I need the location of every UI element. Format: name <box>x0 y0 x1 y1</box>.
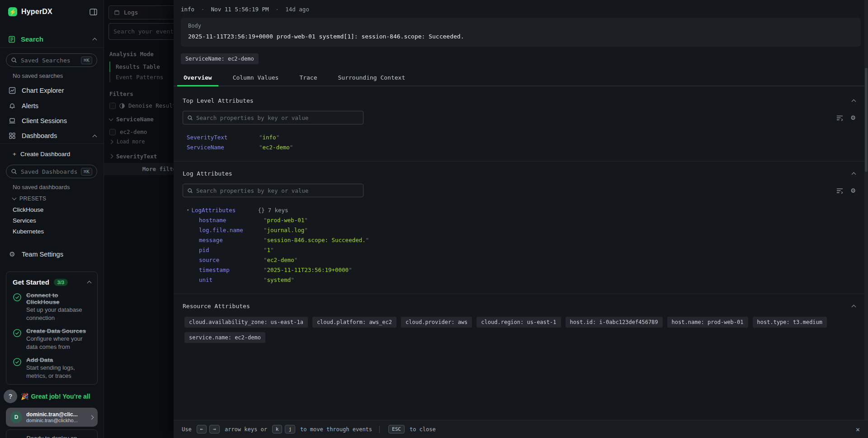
tab-trace[interactable]: Trace <box>293 70 323 86</box>
check-circle-icon <box>13 357 22 367</box>
section-title: Top Level Attributes <box>183 97 254 104</box>
divider <box>0 143 104 144</box>
mode-results-table[interactable]: Results Table <box>109 62 163 72</box>
caret-down-icon[interactable]: ▾ <box>187 208 189 212</box>
collapse-sidebar-icon[interactable] <box>90 9 97 15</box>
resource-chip[interactable]: host.type: t3.medium <box>753 317 827 328</box>
chevron-up-icon[interactable] <box>87 281 92 286</box>
filter-group-severitytext[interactable]: SeverityText <box>109 153 157 160</box>
resource-chip[interactable]: cloud.platform: aws_ec2 <box>312 317 396 328</box>
footer-hint: to close <box>410 426 436 433</box>
gear-icon[interactable]: ⚙ <box>851 114 855 121</box>
attribute-key[interactable]: message <box>199 237 264 243</box>
party-emoji: 🎉 <box>21 393 28 400</box>
checkbox[interactable] <box>109 103 116 109</box>
body-card: Body 2025-11-11T23:56:19+0000 prod-web-0… <box>181 18 861 47</box>
footer-hint: to move through events <box>300 426 372 433</box>
attribute-value[interactable]: ec2-demo <box>264 257 297 263</box>
collapse-section-icon[interactable] <box>852 305 856 309</box>
property-search-input[interactable] <box>196 187 359 194</box>
chevron-up-icon[interactable] <box>93 134 97 139</box>
resource-chip[interactable]: service.name: ec2-demo <box>184 332 265 343</box>
property-search[interactable] <box>183 111 363 124</box>
wrap-lines-icon[interactable] <box>836 114 844 121</box>
presets-toggle[interactable]: PRESETS <box>13 195 47 202</box>
get-started-step[interactable]: Create Data Sources Configure where your… <box>13 328 91 351</box>
collapse-section-icon[interactable] <box>852 100 856 104</box>
filter-value-ec2-demo[interactable]: ec2-demo <box>109 129 147 135</box>
sidebar-item-client-sessions[interactable]: Client Sessions <box>8 114 96 127</box>
resource-chip[interactable]: cloud.provider: aws <box>401 317 472 328</box>
denoise-filter-row[interactable]: Denoise Results <box>109 102 179 109</box>
wrap-lines-icon[interactable] <box>836 187 844 194</box>
gear-icon[interactable]: ⚙ <box>851 187 855 194</box>
section-top-level-attributes: Top Level Attributes ⚙ <box>174 89 864 162</box>
sidebar-item-chart-explorer[interactable]: Chart Explorer <box>8 84 96 97</box>
preset-clickhouse[interactable]: ClickHouse <box>13 206 43 213</box>
attribute-value[interactable]: session-846.scope: Succeeded. <box>264 237 369 243</box>
sidebar-item-team-settings[interactable]: ⚙ Team Settings <box>8 248 96 261</box>
get-started-step[interactable]: Connect to ClickHouse Set up your databa… <box>13 292 91 322</box>
scrollbar-thumb[interactable] <box>865 68 868 172</box>
attribute-value[interactable]: journal.log <box>264 227 308 233</box>
attribute-key[interactable]: ServiceName <box>187 144 259 151</box>
attribute-key[interactable]: timestamp <box>199 267 264 273</box>
mode-event-patterns[interactable]: Event Patterns <box>109 72 163 82</box>
shortcut-badge: ⌘K <box>81 168 92 176</box>
sidebar-item-search[interactable]: Search <box>8 35 96 43</box>
attribute-key[interactable]: hostname <box>199 217 264 224</box>
attribute-key[interactable]: log.file.name <box>199 227 264 233</box>
step-desc: Set up your database connection <box>26 306 91 322</box>
filter-group-servicename[interactable]: ServiceName <box>109 116 154 123</box>
resource-chip[interactable]: host.name: prod-web-01 <box>667 317 748 328</box>
tab-overview[interactable]: Overview <box>177 70 218 86</box>
search-icon <box>11 57 17 63</box>
create-dashboard-button[interactable]: +Create Dashboard <box>13 151 70 157</box>
scrollbar[interactable] <box>864 0 868 420</box>
help-button[interactable]: ? <box>4 390 17 403</box>
load-more-button[interactable]: Load more <box>109 138 145 145</box>
attribute-key[interactable]: unit <box>199 276 264 283</box>
saved-searches-input[interactable]: Saved Searches ⌘K <box>6 53 97 67</box>
attribute-value[interactable]: prod-web-01 <box>264 217 308 224</box>
tab-surrounding-context[interactable]: Surrounding Context <box>332 70 412 86</box>
attribute-key[interactable]: LogAttributes <box>191 207 258 214</box>
property-search[interactable] <box>183 184 363 197</box>
service-name-tag[interactable]: ServiceName: ec2-demo <box>181 53 259 64</box>
filter-value-label: ec2-demo <box>120 129 147 135</box>
close-icon[interactable]: ✕ <box>856 425 860 433</box>
user-profile-button[interactable]: D dominic.tran@clic... dominic.tran@clic… <box>6 408 98 427</box>
collapse-section-icon[interactable] <box>852 172 856 177</box>
attribute-key[interactable]: pid <box>199 247 264 253</box>
attribute-value[interactable]: 2025-11-11T23:56:19+0000 <box>264 267 352 273</box>
attribute-key[interactable]: SeverityText <box>187 134 259 141</box>
tree-root-row[interactable]: ▾ LogAttributes {}7 keys <box>187 205 855 215</box>
attribute-value[interactable]: 1 <box>264 247 274 253</box>
property-search-input[interactable] <box>196 114 359 121</box>
sidebar-item-alerts[interactable]: Alerts <box>8 100 96 112</box>
saved-dashboards-input[interactable]: Saved Dashboards ⌘K <box>6 165 97 178</box>
attribute-value[interactable]: info <box>259 134 279 141</box>
attribute-value[interactable]: systemd <box>264 276 294 283</box>
preset-services[interactable]: Services <box>13 217 36 224</box>
resource-chip[interactable]: cloud.region: us-east-1 <box>476 317 561 328</box>
tab-column-values[interactable]: Column Values <box>226 70 285 86</box>
load-more-label: Load more <box>117 138 145 145</box>
analysis-mode-list: Results Table Event Patterns <box>109 62 163 82</box>
attribute-value[interactable]: ec2-demo <box>259 144 293 151</box>
resource-chip[interactable]: cloud.availability_zone: us-east-1a <box>184 317 308 328</box>
sidebar-item-label: Alerts <box>22 102 38 110</box>
section-resource-attributes: Resource Attributes cloud.availability_z… <box>174 294 864 352</box>
get-started-step[interactable]: Add Data Start sending logs, metrics, or… <box>13 357 91 380</box>
chevron-up-icon[interactable] <box>93 38 97 43</box>
attribute-row: timestamp 2025-11-11T23:56:19+0000 <box>199 265 855 275</box>
checkbox[interactable] <box>109 129 116 135</box>
team-settings-label: Team Settings <box>22 251 63 258</box>
body-content: 2025-11-11T23:56:19+0000 prod-web-01 sys… <box>188 33 854 40</box>
preset-kubernetes[interactable]: Kubernetes <box>13 228 44 235</box>
sidebar-item-label: Chart Explorer <box>22 87 64 94</box>
attribute-key[interactable]: source <box>199 257 264 263</box>
sidebar-item-dashboards[interactable]: Dashboards <box>8 129 96 142</box>
resource-chip[interactable]: host.id: i-0abc123def456789 <box>566 317 663 328</box>
sidebar: ⚡ HyperDX Search Saved Searches ⌘K No sa… <box>0 0 104 438</box>
